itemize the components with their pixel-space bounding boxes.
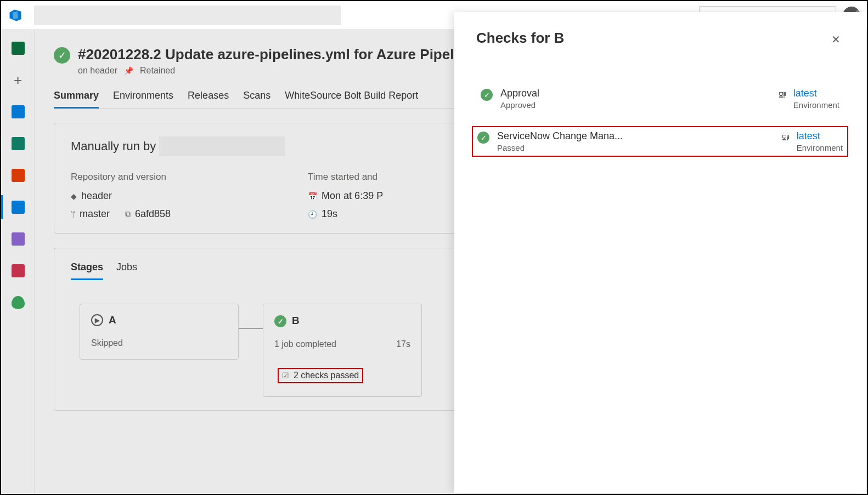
breadcrumb-search-bar[interactable]: [34, 5, 341, 25]
project-icon[interactable]: [9, 39, 27, 57]
close-icon[interactable]: ✕: [828, 30, 844, 49]
stage-b-card[interactable]: ✓ B 1 job completed 17s ☑ 2 checks passe…: [263, 304, 422, 397]
env-link-latest-1[interactable]: latest: [793, 88, 839, 99]
azure-devops-logo[interactable]: [8, 8, 23, 23]
stage-connector: [239, 328, 263, 329]
check-approval-status: Approved: [500, 100, 539, 110]
stage-a-name: A: [109, 314, 116, 326]
run-success-icon: ✓: [54, 47, 70, 64]
repo-name[interactable]: header: [81, 190, 112, 202]
check-approval-title: Approval: [500, 88, 539, 99]
environment-icon: 🖳: [781, 133, 790, 143]
tab-scans[interactable]: Scans: [243, 90, 270, 108]
repo-icon: ◆: [71, 192, 77, 201]
svg-marker-1: [13, 12, 19, 19]
run-by-label: Manually run by: [71, 139, 156, 153]
commit-hash[interactable]: 6afd858: [135, 208, 171, 220]
checks-panel: Checks for B ✕ ✓ Approval Approved 🖳 lat…: [454, 12, 866, 493]
branch-icon: ᛘ: [71, 210, 75, 219]
check-success-icon: ✓: [477, 132, 489, 144]
branch-name[interactable]: master: [80, 208, 110, 220]
tab-summary[interactable]: Summary: [54, 90, 99, 109]
stages-tab[interactable]: Stages: [71, 261, 103, 280]
test-plans-icon[interactable]: [9, 230, 27, 248]
boards-icon[interactable]: [9, 103, 27, 121]
run-title: #20201228.2 Update azure-pipelines.yml f…: [78, 46, 467, 63]
stage-b-duration: 17s: [396, 339, 410, 349]
branch-label[interactable]: on header: [78, 66, 117, 76]
run-by-user-redacted: [159, 136, 285, 156]
duration-value: 19s: [322, 208, 337, 220]
env-type-1: Environment: [793, 100, 839, 110]
start-time: Mon at 6:39 P: [322, 190, 383, 202]
tab-whitesource[interactable]: WhiteSource Bolt Build Report: [285, 90, 418, 108]
tab-environments[interactable]: Environments: [113, 90, 173, 108]
stage-b-name: B: [292, 315, 300, 327]
check-servicenow-status: Passed: [497, 143, 623, 152]
pipelines-icon[interactable]: [9, 198, 27, 216]
check-row-servicenow[interactable]: ✓ ServiceNow Change Mana... Passed 🖳 lat…: [472, 126, 848, 157]
calendar-icon: 📅: [308, 192, 317, 201]
tab-releases[interactable]: Releases: [188, 90, 229, 108]
duration-icon: 🕘: [308, 210, 317, 219]
panel-title: Checks for B: [476, 30, 564, 47]
check-success-icon: ✓: [481, 89, 493, 101]
check-row-approval[interactable]: ✓ Approval Approved 🖳 latest Environment: [476, 84, 844, 113]
commit-icon: ⧉: [125, 209, 131, 219]
artifacts-icon[interactable]: [9, 262, 27, 280]
left-nav-rail: +: [1, 30, 35, 494]
stage-a-card[interactable]: ▶ A Skipped: [80, 304, 239, 360]
pipelines-source-icon[interactable]: [9, 167, 27, 184]
checks-icon: ☑: [282, 371, 289, 380]
repos-icon[interactable]: [9, 135, 27, 152]
jobs-tab[interactable]: Jobs: [116, 261, 137, 280]
skipped-icon: ▶: [91, 314, 103, 326]
environment-icon: 🖳: [778, 90, 787, 100]
time-label: Time started and: [308, 172, 383, 183]
check-servicenow-title: ServiceNow Change Mana...: [497, 130, 623, 142]
retained-label: Retained: [140, 66, 175, 76]
security-icon[interactable]: [9, 294, 27, 311]
env-link-latest-2[interactable]: latest: [797, 130, 843, 142]
add-icon[interactable]: +: [9, 71, 27, 89]
stage-b-jobs: 1 job completed: [274, 339, 336, 349]
stage-b-checks[interactable]: 2 checks passed: [294, 371, 359, 380]
stage-b-success-icon: ✓: [274, 315, 286, 327]
pin-icon: 📌: [124, 66, 133, 75]
env-type-2: Environment: [797, 143, 843, 152]
repo-version-label: Repository and version: [71, 172, 171, 183]
stage-a-status: Skipped: [91, 338, 123, 348]
